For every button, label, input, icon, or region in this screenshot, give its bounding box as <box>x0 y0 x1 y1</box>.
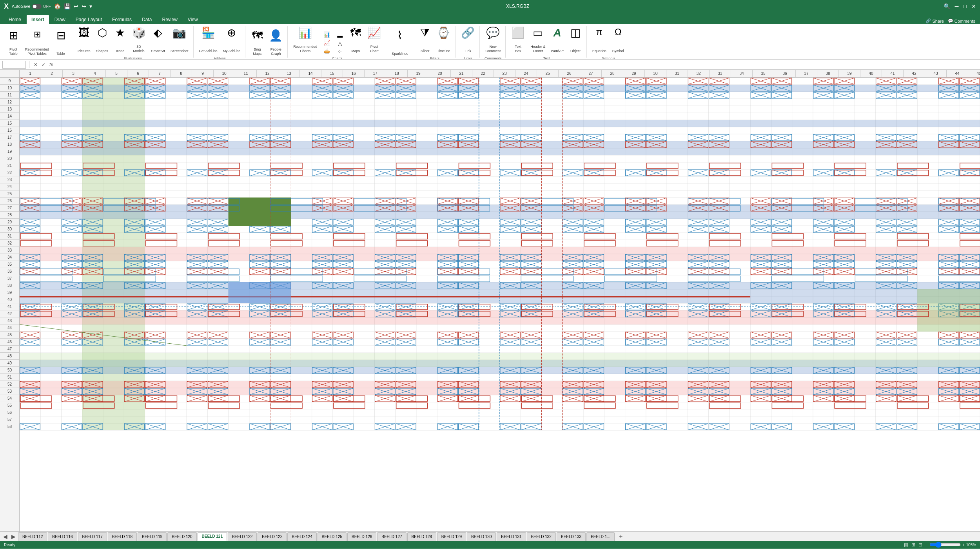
col-header-17[interactable]: 17 <box>365 70 386 77</box>
search-icon[interactable]: 🔍 <box>944 3 950 9</box>
screenshot-button[interactable]: 📷 Screenshot <box>168 26 191 55</box>
col-header-34[interactable]: 34 <box>731 70 753 77</box>
col-header-22[interactable]: 22 <box>472 70 494 77</box>
tab-page-layout[interactable]: Page Layout <box>71 15 107 24</box>
pictures-button[interactable]: 🖼 Pictures <box>75 26 93 55</box>
row-header-25[interactable]: 25 <box>0 190 19 198</box>
col-header-42[interactable]: 42 <box>904 70 925 77</box>
col-header-2[interactable]: 2 <box>41 70 63 77</box>
col-header-1[interactable]: 1 <box>20 70 41 77</box>
col-header-32[interactable]: 32 <box>688 70 710 77</box>
col-header-12[interactable]: 12 <box>257 70 278 77</box>
spreadsheet-canvas[interactable] <box>20 78 980 531</box>
object-button[interactable]: ◫ Object <box>567 26 584 55</box>
col-header-3[interactable]: 3 <box>63 70 84 77</box>
row-header-34[interactable]: 34 <box>0 254 19 261</box>
row-header-38[interactable]: 38 <box>0 282 19 289</box>
col-header-15[interactable]: 15 <box>321 70 343 77</box>
row-header-39[interactable]: 39 <box>0 289 19 296</box>
col-header-4[interactable]: 4 <box>84 70 106 77</box>
sheet-tab-131[interactable]: BEELD 131 <box>497 532 526 541</box>
row-header-10[interactable]: 10 <box>0 85 19 92</box>
row-header-22[interactable]: 22 <box>0 169 19 176</box>
row-header-44[interactable]: 44 <box>0 324 19 332</box>
col-header-41[interactable]: 41 <box>882 70 904 77</box>
row-header-41[interactable]: 41 <box>0 303 19 310</box>
timeline-button[interactable]: ⌚ Timeline <box>434 26 453 55</box>
col-header-29[interactable]: 29 <box>623 70 645 77</box>
col-header-7[interactable]: 7 <box>149 70 171 77</box>
row-header-40[interactable]: 40 <box>0 296 19 303</box>
sheet-tab-112[interactable]: BEELD 112 <box>18 532 47 541</box>
col-header-10[interactable]: 10 <box>214 70 235 77</box>
col-header-16[interactable]: 16 <box>343 70 365 77</box>
row-header-31[interactable]: 31 <box>0 233 19 240</box>
col-header-26[interactable]: 26 <box>559 70 580 77</box>
sheet-tab-126[interactable]: BEELD 126 <box>347 532 376 541</box>
comments-button[interactable]: 💬 Comments <box>948 18 975 24</box>
sheet-tab-130[interactable]: BEELD 130 <box>467 532 496 541</box>
tab-review[interactable]: Review <box>157 15 182 24</box>
sheet-tab-116[interactable]: BEELD 116 <box>48 532 77 541</box>
row-header-42[interactable]: 42 <box>0 310 19 317</box>
zoom-in-btn[interactable]: + <box>962 543 965 547</box>
bar-chart-button[interactable]: ▬ <box>334 32 346 39</box>
sheet-tab-121[interactable]: BEELD 121 <box>198 532 227 541</box>
col-header-14[interactable]: 14 <box>300 70 321 77</box>
row-header-18[interactable]: 18 <box>0 141 19 148</box>
sheet-tab-119[interactable]: BEELD 119 <box>138 532 167 541</box>
formula-fx-btn[interactable]: fx <box>48 62 54 67</box>
col-header-39[interactable]: 39 <box>839 70 860 77</box>
tab-home[interactable]: Home <box>4 15 26 24</box>
col-header-38[interactable]: 38 <box>817 70 839 77</box>
icons-button[interactable]: ★ Icons <box>112 26 129 55</box>
pivot-chart-button[interactable]: 📈 PivotChart <box>365 26 383 55</box>
share-button[interactable]: 🔗 Share <box>926 18 944 24</box>
row-header-48[interactable]: 48 <box>0 353 19 360</box>
tab-insert[interactable]: Insert <box>27 15 49 24</box>
formula-confirm-btn[interactable]: ✓ <box>40 62 47 67</box>
col-header-19[interactable]: 19 <box>408 70 429 77</box>
undo-icon[interactable]: ↩ <box>74 3 78 9</box>
col-header-45[interactable]: 45 <box>968 70 980 77</box>
tab-formulas[interactable]: Formulas <box>107 15 136 24</box>
window-close-icon[interactable]: ✕ <box>971 3 976 9</box>
sheet-tab-next[interactable]: ▶ <box>10 533 17 540</box>
row-header-37[interactable]: 37 <box>0 275 19 282</box>
equation-button[interactable]: π Equation <box>590 26 609 55</box>
row-header-17[interactable]: 17 <box>0 134 19 141</box>
row-header-9[interactable]: 9 <box>0 78 19 85</box>
text-box-button[interactable]: ⬜ TextBox <box>509 26 527 55</box>
row-header-54[interactable]: 54 <box>0 395 19 402</box>
wordart-button[interactable]: A WordArt <box>548 26 566 55</box>
home-icon[interactable]: 🏠 <box>54 3 61 9</box>
window-minimize-icon[interactable]: ─ <box>955 3 959 9</box>
col-header-18[interactable]: 18 <box>386 70 408 77</box>
people-graph-button[interactable]: 👤 PeopleGraph <box>267 29 285 58</box>
sheet-tab-120[interactable]: BEELD 120 <box>167 532 196 541</box>
col-header-8[interactable]: 8 <box>171 70 192 77</box>
tab-data[interactable]: Data <box>137 15 156 24</box>
row-header-29[interactable]: 29 <box>0 219 19 226</box>
new-comment-button[interactable]: 💬 NewComment <box>483 26 503 55</box>
row-header-45[interactable]: 45 <box>0 332 19 339</box>
row-header-57[interactable]: 57 <box>0 416 19 423</box>
zoom-out-btn[interactable]: − <box>926 543 928 547</box>
3d-models-button[interactable]: 🎲 3DModels <box>130 26 148 55</box>
sheet-tab-125[interactable]: BEELD 125 <box>318 532 347 541</box>
autosave-toggle[interactable] <box>32 4 42 9</box>
formula-input[interactable] <box>56 62 978 67</box>
sheet-tab-129[interactable]: BEELD 129 <box>437 532 466 541</box>
header-footer-button[interactable]: ▭ Header &Footer <box>528 26 548 55</box>
row-header-46[interactable]: 46 <box>0 339 19 346</box>
pie-chart-button[interactable]: 🥧 <box>320 47 333 55</box>
grid-area[interactable] <box>20 78 980 531</box>
customize-icon[interactable]: ▾ <box>89 3 92 9</box>
col-header-35[interactable]: 35 <box>753 70 774 77</box>
row-header-32[interactable]: 32 <box>0 240 19 247</box>
row-header-28[interactable]: 28 <box>0 212 19 219</box>
tab-draw[interactable]: Draw <box>50 15 70 24</box>
col-header-37[interactable]: 37 <box>796 70 817 77</box>
row-header-30[interactable]: 30 <box>0 226 19 233</box>
row-header-20[interactable]: 20 <box>0 155 19 162</box>
